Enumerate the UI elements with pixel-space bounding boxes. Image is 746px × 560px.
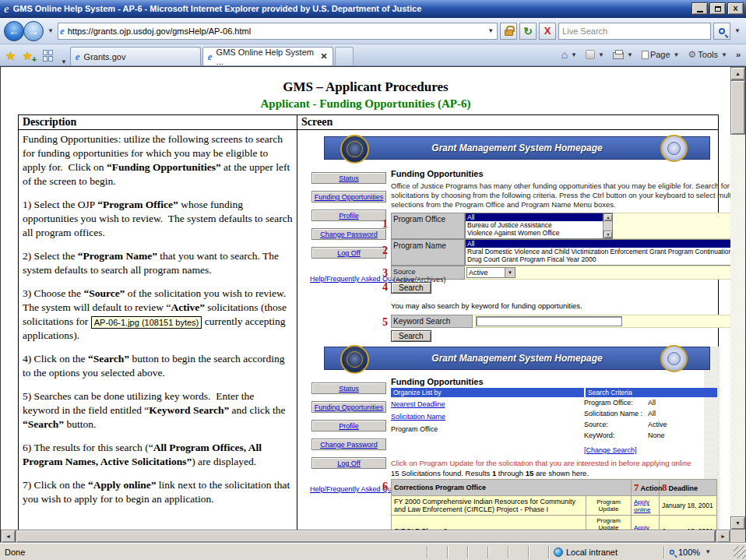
horizontal-scrollbar[interactable]: ◄ ► bbox=[1, 530, 745, 543]
feeds-dropdown[interactable]: ▼ bbox=[596, 51, 606, 58]
sidebar-item-funding-opportunities[interactable]: Funding Opportunities bbox=[311, 191, 386, 203]
listbox-option[interactable]: Drug Court Grant Program Fiscal Year 200… bbox=[466, 255, 730, 263]
favorites-star-icon[interactable]: ★ bbox=[3, 49, 18, 65]
program-office-listbox[interactable]: All Bureau of Justice Assistance Violenc… bbox=[465, 213, 613, 239]
sidebar-item-log-off[interactable]: Log Off bbox=[311, 457, 386, 469]
vertical-scroll-thumb[interactable] bbox=[730, 80, 745, 135]
scroll-down-icon[interactable]: ▼ bbox=[730, 516, 745, 530]
sidebar-item-funding-opportunities[interactable]: Funding Opportunities bbox=[311, 401, 386, 413]
funding-intro-text: Office of Justice Programs has many othe… bbox=[391, 181, 730, 210]
quick-tabs-icon[interactable] bbox=[43, 50, 55, 62]
deadline-cell: January 18, 2001 bbox=[660, 516, 717, 530]
source-select[interactable]: Active ▼ bbox=[466, 267, 516, 278]
action-column-header: 7Action bbox=[632, 480, 660, 496]
sidebar-item-change-password[interactable]: Change Password bbox=[311, 228, 386, 240]
program-update-cell: Program UpdateOctober 19, 2000 bbox=[586, 516, 632, 530]
listbox-option[interactable]: Bureau of Justice Assistance bbox=[466, 221, 603, 229]
sidebar-item-status[interactable]: Status bbox=[311, 382, 386, 394]
resize-grip[interactable] bbox=[734, 546, 746, 558]
print-icon bbox=[613, 52, 624, 59]
listbox-option[interactable]: All bbox=[466, 213, 603, 221]
new-tab-stub[interactable] bbox=[335, 47, 354, 65]
table-row: FY 2000 Comprehensive Indian Resources f… bbox=[392, 496, 717, 516]
search-criteria-header: Search Criteria bbox=[586, 388, 717, 397]
feeds-button[interactable]: ▼ bbox=[583, 48, 608, 61]
refresh-button[interactable]: ↻ bbox=[519, 23, 537, 40]
keyword-search-input[interactable] bbox=[476, 316, 622, 326]
home-dropdown[interactable]: ▼ bbox=[569, 51, 579, 58]
security-lock-button[interactable] bbox=[500, 23, 517, 40]
tab-label: Grants.gov bbox=[84, 52, 126, 62]
refresh-icon: ↻ bbox=[523, 25, 533, 37]
maximize-button[interactable] bbox=[709, 2, 726, 15]
keyword-search-button[interactable]: Search bbox=[391, 330, 431, 342]
sidebar-item-log-off[interactable]: Log Off bbox=[311, 247, 386, 259]
scroll-left-icon[interactable]: ◄ bbox=[1, 530, 16, 543]
program-name-listbox[interactable]: All Rural Domestic Violence and Child Vi… bbox=[465, 239, 730, 266]
criteria-label: Program Office: bbox=[584, 399, 648, 407]
sidebar-item-profile[interactable]: Profile bbox=[311, 420, 386, 431]
status-text: Done bbox=[0, 548, 427, 557]
back-button[interactable]: ← bbox=[4, 21, 24, 41]
stop-button[interactable]: X bbox=[539, 23, 556, 40]
chevron-down-icon[interactable]: ▼ bbox=[505, 267, 516, 278]
tab-list-dropdown[interactable]: ▼ bbox=[59, 58, 69, 65]
page-menu-dropdown[interactable]: ▼ bbox=[672, 51, 681, 58]
zone-label: Local intranet bbox=[566, 548, 618, 557]
toolbar-overflow-chevron[interactable]: » bbox=[734, 50, 743, 59]
scroll-right-icon[interactable]: ► bbox=[716, 530, 730, 543]
listbox-option[interactable]: All bbox=[466, 240, 730, 248]
vertical-scrollbar[interactable]: ▲ ▼ bbox=[730, 67, 745, 530]
print-dropdown[interactable]: ▼ bbox=[625, 51, 635, 58]
tools-menu-button[interactable]: ⚙Tools▼ bbox=[686, 48, 731, 62]
sort-solicitation-name-link[interactable]: Solicitation Name bbox=[391, 413, 584, 421]
results-count: 15 Solicitations found. Results 1 throug… bbox=[391, 469, 717, 477]
close-button[interactable]: X bbox=[727, 2, 744, 15]
search-box[interactable] bbox=[558, 23, 711, 40]
listbox-option[interactable]: Rural Domestic Violence and Child Victim… bbox=[466, 248, 730, 255]
search-options-dropdown[interactable]: ▼ bbox=[733, 27, 742, 34]
search-go-button[interactable] bbox=[713, 23, 730, 40]
tab-grants-gov[interactable]: e Grants.gov bbox=[70, 47, 201, 65]
home-button[interactable]: ⌂▼ bbox=[559, 47, 581, 62]
print-button[interactable]: ▼ bbox=[611, 48, 637, 61]
scroll-down-icon[interactable]: ▼ bbox=[603, 231, 613, 238]
tab-gms-help[interactable]: e GMS Online Help System ... ✕ bbox=[202, 47, 333, 65]
keyword-search-label: Keyword Search bbox=[391, 315, 473, 328]
page-menu-button[interactable]: Page▼ bbox=[639, 48, 684, 61]
history-dropdown[interactable]: ▼ bbox=[46, 27, 55, 34]
apply-online-link[interactable]: Apply online bbox=[634, 498, 650, 513]
search-input[interactable] bbox=[562, 26, 707, 36]
add-favorite-icon[interactable]: ★ bbox=[19, 49, 34, 65]
scroll-up-icon[interactable]: ▲ bbox=[603, 213, 613, 221]
search-button[interactable]: Search bbox=[391, 282, 431, 294]
horizontal-scroll-thumb[interactable] bbox=[16, 530, 716, 543]
deadline-column-header: 8Deadline bbox=[660, 480, 717, 496]
listbox-scrollbar[interactable]: ▲▼ bbox=[603, 213, 612, 238]
apply-online-link[interactable]: Apply online bbox=[634, 524, 650, 530]
maximize-icon bbox=[715, 6, 721, 12]
forward-button[interactable]: → bbox=[23, 21, 44, 41]
sidebar-item-profile[interactable]: Profile bbox=[311, 210, 386, 221]
annotation-7: 7 bbox=[634, 481, 639, 493]
address-field[interactable]: e ▼ bbox=[58, 23, 498, 40]
address-dropdown[interactable]: ▼ bbox=[486, 27, 495, 34]
sort-nearest-deadline-link[interactable]: Nearest Deadline bbox=[391, 400, 584, 408]
scroll-up-icon[interactable]: ▲ bbox=[730, 67, 745, 80]
sidebar-item-status[interactable]: Status bbox=[311, 172, 386, 184]
zoom-control[interactable]: 100% ▼ bbox=[663, 546, 732, 558]
funding-opportunities-heading: Funding Opportunities bbox=[391, 377, 717, 386]
zoom-dropdown[interactable]: ▼ bbox=[703, 548, 713, 555]
gms-sidebar: Status Funding Opportunities Profile Cha… bbox=[307, 164, 391, 342]
tab-close-icon[interactable]: ✕ bbox=[321, 51, 328, 62]
tools-menu-label: Tools bbox=[698, 50, 718, 59]
keyword-note: You may also search by keyword for fundi… bbox=[391, 301, 730, 310]
minimize-button[interactable] bbox=[691, 2, 708, 15]
vertical-scroll-track[interactable] bbox=[730, 135, 745, 516]
change-search-link[interactable]: [Change Search] bbox=[584, 446, 717, 454]
tools-menu-dropdown[interactable]: ▼ bbox=[720, 51, 729, 58]
sidebar-item-change-password[interactable]: Change Password bbox=[311, 438, 386, 450]
url-input[interactable] bbox=[68, 26, 483, 36]
listbox-option[interactable]: Violence Against Women Office bbox=[466, 229, 603, 237]
browser-viewport: GMS – Applicant Procedures Applicant - F… bbox=[0, 66, 746, 543]
